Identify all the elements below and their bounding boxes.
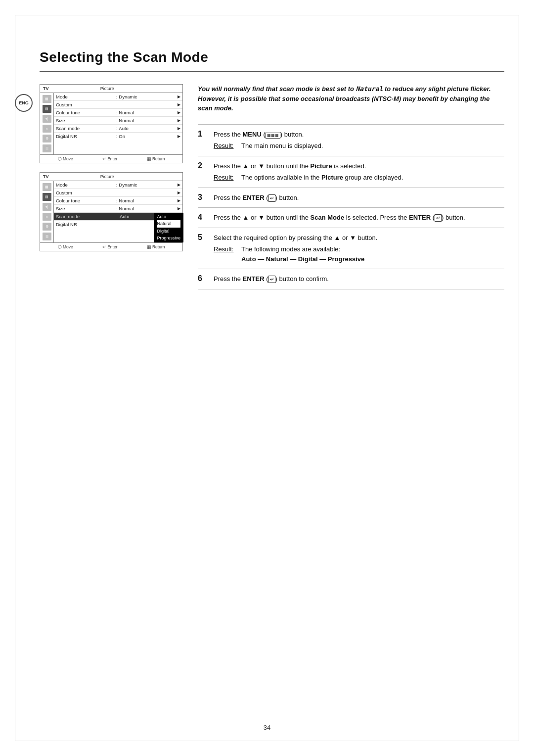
result-label-1: Result:	[214, 141, 237, 151]
tv-row: Scan mode : Auto ▶	[54, 125, 182, 133]
step-3-instruction: Press the ENTER (↵) button.	[214, 193, 504, 203]
result-text-2: The options available in the Picture gro…	[241, 173, 403, 183]
tv-icons-col-1: ▦ ▤ ◂) × ⚙ ☰	[40, 93, 54, 154]
tv-menu-box-1: TV Picture ▦ ▤ ◂) × ⚙ ☰ Mode : Dynamic ▶	[40, 84, 183, 163]
tv-menu-footer-1: ⬡ Move ↵ Enter ▦ Return	[40, 154, 182, 163]
tv-menu-body-1: ▦ ▤ ◂) × ⚙ ☰ Mode : Dynamic ▶ Custom	[40, 93, 182, 154]
tv-row: Mode : Dynamic ▶	[54, 181, 182, 189]
tv-rows-1: Mode : Dynamic ▶ Custom ▶ Colour tone : …	[54, 93, 182, 154]
enter-icon-1: ↵	[268, 194, 275, 202]
tv-icon-av: ☰	[43, 144, 51, 152]
tv-icon-setup: ⚙	[43, 135, 51, 142]
step-number-3: 3	[198, 193, 208, 202]
tv-menu-header-2: TV Picture	[40, 173, 182, 181]
dropdown-option-auto: Auto	[157, 213, 180, 220]
left-column: TV Picture ▦ ▤ ◂) × ⚙ ☰ Mode : Dynamic ▶	[40, 84, 183, 260]
step-1: 1 Press the MENU (▦▦▦) button. Result: T…	[198, 125, 504, 156]
step-5-instruction: Select the required option by pressing t…	[214, 233, 504, 243]
title-section: Selecting the Scan Mode	[40, 49, 504, 72]
tv-label-1: TV	[43, 86, 49, 91]
result-label-5: Result:	[214, 244, 237, 264]
enter-icon-3: ↵	[268, 276, 275, 283]
dropdown-option-natural: Natural	[157, 220, 180, 227]
tv-icon-sound-2: ◂)	[43, 203, 51, 211]
step-1-instruction: Press the MENU (▦▦▦) button.	[214, 130, 504, 140]
tv-icon-sound: ◂)	[43, 115, 51, 123]
modes-line: Auto — Natural — Digital — Progressive	[241, 255, 364, 263]
tv-row: Size : Normal ▶	[54, 117, 182, 125]
tv-row: Colour tone : Normal ▶	[54, 109, 182, 117]
eng-badge: ENG	[15, 94, 33, 112]
step-2-result: Result: The options available in the Pic…	[214, 173, 504, 183]
steps-section: 1 Press the MENU (▦▦▦) button. Result: T…	[198, 124, 504, 289]
picture-label-2: Picture	[49, 174, 166, 179]
dropdown-option-digital: Digital	[157, 228, 180, 235]
intro-paragraph: You will normally find that scan mode is…	[198, 84, 504, 113]
step-4-instruction: Press the ▲ or ▼ button until the Scan M…	[214, 213, 504, 223]
tv-menu-box-2: TV Picture ▦ ▤ ◂) × ⚙ ☰ Mode : Dynamic ▶	[40, 172, 183, 251]
tv-menu-header-1: TV Picture	[40, 85, 182, 93]
tv-rows-2: Mode : Dynamic ▶ Custom ▶ Colour tone : …	[54, 181, 182, 242]
tv-icon-volume: ▤	[43, 105, 51, 113]
tv-row: Size : Normal ▶	[54, 205, 182, 213]
tv-icon-ch: ×	[43, 125, 51, 133]
step-content-2: Press the ▲ or ▼ button until the Pictur…	[214, 161, 504, 183]
tv-icon-picture: ▦	[43, 95, 51, 103]
tv-row: Custom ▶	[54, 189, 182, 197]
step-3: 3 Press the ENTER (↵) button.	[198, 188, 504, 208]
step-number-2: 2	[198, 161, 208, 170]
step-content-1: Press the MENU (▦▦▦) button. Result: The…	[214, 130, 504, 151]
step-5-result: Result: The following modes are availabl…	[214, 244, 504, 264]
step-content-4: Press the ▲ or ▼ button until the Scan M…	[214, 213, 504, 223]
page-title: Selecting the Scan Mode	[40, 49, 504, 65]
enter-icon-2: ↵	[435, 214, 442, 222]
step-6: 6 Press the ENTER (↵) button to confirm.	[198, 269, 504, 289]
step-content-6: Press the ENTER (↵) button to confirm.	[214, 274, 504, 284]
tv-icon-picture-2: ▦	[43, 183, 51, 191]
menu-icon: ▦▦▦	[266, 133, 280, 139]
step-content-3: Press the ENTER (↵) button.	[214, 193, 504, 203]
page-number: 34	[264, 724, 270, 731]
step-content-5: Select the required option by pressing t…	[214, 233, 504, 264]
step-5: 5 Select the required option by pressing…	[198, 228, 504, 270]
step-2: 2 Press the ▲ or ▼ button until the Pict…	[198, 156, 504, 188]
result-label-2: Result:	[214, 173, 237, 183]
right-column: You will normally find that scan mode is…	[198, 84, 504, 289]
result-text-5: The following modes are available: Auto …	[241, 244, 364, 264]
dropdown-option-progressive: Progressive	[157, 235, 180, 241]
tv-icon-ch-2: ×	[43, 213, 51, 221]
tv-row: Colour tone : Normal ▶	[54, 197, 182, 205]
step-number-4: 4	[198, 213, 208, 222]
tv-icons-col-2: ▦ ▤ ◂) × ⚙ ☰	[40, 181, 54, 242]
step-number-6: 6	[198, 274, 208, 283]
tv-icon-volume-2: ▤	[43, 193, 51, 201]
step-number-1: 1	[198, 130, 208, 139]
tv-icon-av-2: ☰	[43, 233, 51, 240]
tv-menu-body-2: ▦ ▤ ◂) × ⚙ ☰ Mode : Dynamic ▶ Custom	[40, 181, 182, 242]
step-1-result: Result: The main menu is displayed.	[214, 141, 504, 151]
step-4: 4 Press the ▲ or ▼ button until the Scan…	[198, 208, 504, 228]
step-number-5: 5	[198, 233, 208, 242]
result-text-1: The main menu is displayed.	[241, 141, 323, 151]
scan-mode-dropdown: Auto Natural Digital Progressive	[154, 213, 183, 242]
tv-menu-footer-2: ⬡ Move ↵ Enter ▦ Return	[40, 242, 182, 251]
tv-row-scan-highlighted: Scan mode Auto Auto Natural Digital Prog…	[54, 213, 182, 221]
tv-row: Custom ▶	[54, 101, 182, 109]
tv-icon-setup-2: ⚙	[43, 223, 51, 231]
picture-label-1: Picture	[49, 86, 166, 91]
tv-label-2: TV	[43, 174, 49, 179]
step-6-instruction: Press the ENTER (↵) button to confirm.	[214, 274, 504, 284]
tv-row: Mode : Dynamic ▶	[54, 93, 182, 101]
tv-row: Digital NR : On ▶	[54, 133, 182, 140]
step-2-instruction: Press the ▲ or ▼ button until the Pictur…	[214, 161, 504, 171]
